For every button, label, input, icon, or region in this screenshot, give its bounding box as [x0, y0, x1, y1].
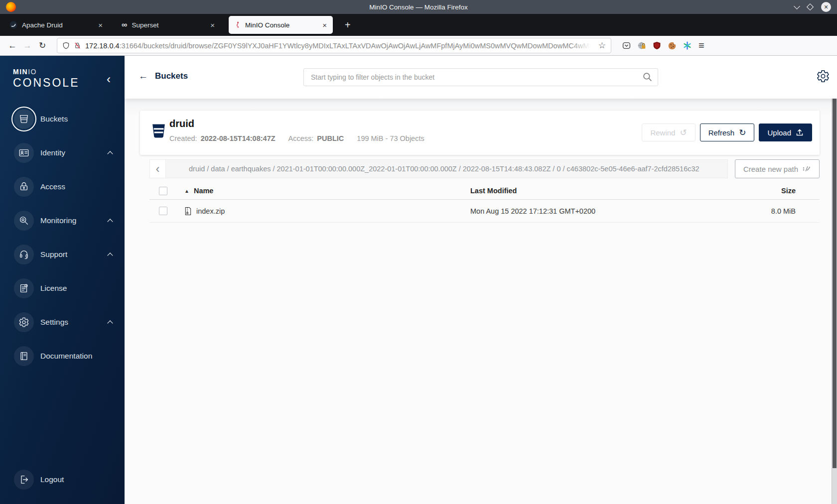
superset-favicon: ∞	[122, 20, 127, 29]
last-modified-column-header[interactable]: Last Modified	[470, 187, 699, 195]
bucket-icon	[14, 109, 34, 129]
object-filter-search	[303, 68, 658, 86]
gear-icon	[14, 312, 34, 332]
sidebar-item-label: Support	[40, 250, 67, 259]
size-column-header[interactable]: Size	[699, 187, 820, 195]
object-name: index.zip	[196, 207, 225, 215]
bookmark-star-icon[interactable]: ☆	[598, 40, 606, 51]
edit-path-icon	[802, 164, 811, 173]
sidebar-item-label: Settings	[40, 318, 68, 327]
sidebar-item-support[interactable]: Support	[0, 238, 125, 271]
tab-label: Superset	[132, 21, 205, 29]
buckets-back-link[interactable]: ← Buckets	[139, 71, 188, 82]
window-close-button[interactable]: ×	[821, 2, 831, 12]
sidebar-item-label: Identity	[40, 148, 65, 157]
sidebar-item-monitoring[interactable]: Monitoring	[0, 204, 125, 238]
bucket-meta: Created: 2022-08-15T14:08:47Z Access: PU…	[169, 134, 424, 142]
sidebar-item-identity[interactable]: Identity	[0, 136, 125, 170]
sidebar-item-logout[interactable]: Logout	[0, 463, 125, 497]
url-bar[interactable]: 172.18.0.4:31664/buckets/druid/browse/ZG…	[57, 38, 611, 53]
pocket-icon[interactable]	[622, 41, 631, 50]
license-document-icon	[14, 278, 34, 298]
back-arrow-icon: ←	[139, 71, 148, 82]
tab-apache-druid[interactable]: Apache Druid ×	[4, 16, 109, 34]
objects-table: ▲ Name Last Modified Size index.zip Mon …	[149, 182, 820, 223]
insecure-lock-icon[interactable]	[74, 42, 81, 49]
browser-toolbar: ← → ↻ 172.18.0.4:31664/buckets/druid/bro…	[0, 36, 837, 56]
access-lock-icon	[14, 177, 34, 197]
access-label: Access:	[288, 134, 314, 142]
name-header-label: Name	[194, 187, 214, 195]
upload-icon	[796, 128, 804, 136]
refresh-button[interactable]: Refresh ↻	[700, 124, 755, 141]
firefox-logo-icon	[6, 2, 16, 12]
scrollbar-thumb[interactable]	[833, 57, 837, 468]
url-fade-overlay	[570, 42, 594, 50]
sidebar-item-label: Documentation	[40, 352, 92, 361]
row-checkbox[interactable]	[159, 207, 167, 215]
cookie-extension-icon[interactable]	[668, 41, 677, 50]
monitoring-search-icon	[14, 211, 34, 231]
sidebar-item-settings[interactable]: Settings	[0, 305, 125, 339]
chevron-up-icon	[107, 320, 113, 326]
tab-superset[interactable]: ∞ Superset ×	[117, 16, 221, 34]
hamburger-menu-icon[interactable]: ≡	[698, 40, 704, 51]
url-host: 172.18.0.4	[85, 42, 120, 50]
sort-ascending-icon: ▲	[184, 188, 189, 194]
select-all-checkbox[interactable]	[159, 187, 167, 195]
bucket-icon	[149, 122, 168, 140]
url-text[interactable]: 172.18.0.4:31664/buckets/druid/browse/ZG…	[85, 42, 594, 50]
chevron-up-icon	[107, 151, 113, 156]
search-icon	[643, 72, 652, 82]
path-navigation-row: ‹ druid / data / earthquakes / 2021-01-0…	[149, 159, 820, 178]
asterisk-extension-icon[interactable]	[683, 41, 692, 50]
refresh-button-label: Refresh	[708, 128, 735, 137]
vertical-scrollbar[interactable]	[832, 56, 837, 504]
zip-file-icon	[184, 207, 192, 216]
sidebar-collapse-icon[interactable]: ‹	[107, 76, 111, 83]
table-header-row: ▲ Name Last Modified Size	[149, 182, 820, 200]
table-row[interactable]: index.zip Mon Aug 15 2022 17:12:31 GMT+0…	[149, 200, 820, 223]
object-size: 8.0 MiB	[699, 207, 820, 215]
breadcrumb[interactable]: druid / data / earthquakes / 2021-01-01T…	[166, 159, 728, 178]
tab-close-icon[interactable]: ×	[321, 21, 328, 29]
sidebar-item-documentation[interactable]: Documentation	[0, 339, 125, 373]
bucket-usage-summary: 199 MiB - 73 Objects	[357, 134, 424, 142]
bucket-summary-card: druid Created: 2022-08-15T14:08:47Z Acce…	[140, 111, 820, 155]
page-header: ← Buckets	[125, 56, 837, 99]
chevron-up-icon	[107, 252, 113, 258]
nav-forward-button[interactable]: →	[20, 39, 35, 53]
sidebar-item-access[interactable]: Access	[0, 170, 125, 204]
upload-button[interactable]: Upload	[759, 124, 812, 141]
search-input[interactable]	[303, 68, 658, 86]
sidebar-item-buckets[interactable]: Buckets	[0, 102, 125, 136]
window-maximize-icon[interactable]	[807, 3, 814, 10]
reload-button[interactable]: ↻	[35, 39, 50, 53]
minio-console-logo: MINIO CONSOLE	[0, 56, 125, 90]
new-tab-button[interactable]: +	[341, 18, 355, 32]
console-settings-gear-icon[interactable]	[816, 69, 830, 83]
shield-icon[interactable]	[62, 42, 70, 49]
sidebar-menu: Buckets Identity Access Monitoring	[0, 102, 125, 373]
tab-close-icon[interactable]: ×	[209, 21, 216, 29]
ublock-origin-icon[interactable]	[653, 41, 661, 50]
refresh-icon: ↻	[739, 128, 746, 137]
sidebar-item-label: Access	[40, 182, 65, 191]
chevron-left-icon: ‹	[156, 163, 160, 175]
name-column-header[interactable]: ▲ Name	[184, 187, 470, 195]
tab-close-icon[interactable]: ×	[97, 21, 104, 29]
logo-min: MIN	[13, 68, 28, 76]
path-back-button[interactable]: ‹	[149, 159, 166, 178]
extension-globe-lock-icon[interactable]	[637, 41, 646, 50]
create-new-path-button[interactable]: Create new path	[735, 159, 820, 178]
main-content: ← Buckets druid Created: 2022-08-15T14:0…	[125, 56, 837, 504]
nav-back-button[interactable]: ←	[5, 39, 20, 53]
back-link-label: Buckets	[155, 71, 188, 81]
rewind-icon: ↺	[680, 128, 687, 137]
created-label: Created:	[169, 134, 197, 142]
sidebar-item-license[interactable]: License	[0, 271, 125, 305]
tab-minio-console[interactable]: MinIO Console ×	[229, 16, 333, 34]
window-minimize-icon[interactable]	[794, 3, 800, 9]
rewind-button[interactable]: Rewind ↺	[642, 124, 695, 141]
bucket-name: druid	[169, 118, 194, 129]
